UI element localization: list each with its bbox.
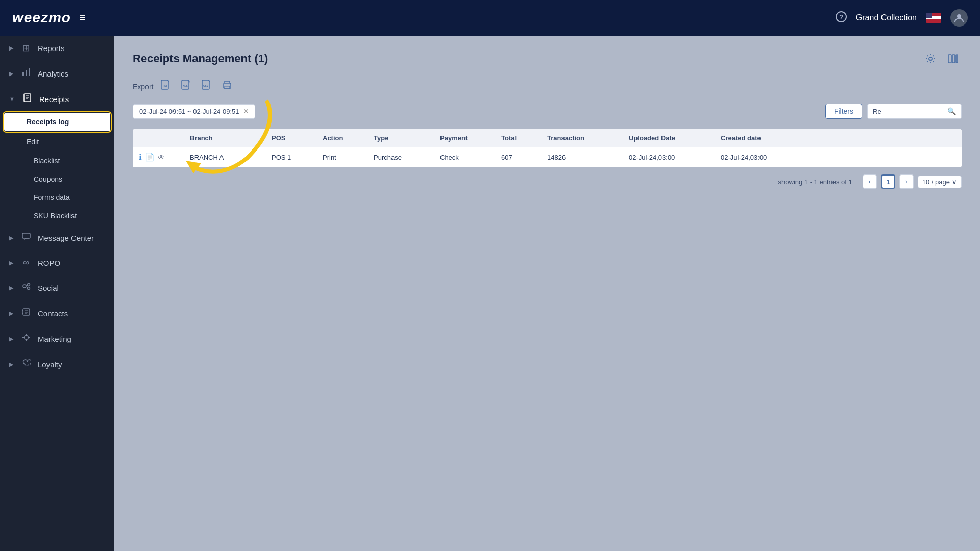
search-input[interactable] bbox=[873, 108, 944, 115]
sidebar-item-label: Marketing bbox=[38, 335, 71, 343]
chevron-icon: ▶ bbox=[9, 285, 13, 291]
info-icon[interactable]: ℹ bbox=[139, 153, 142, 162]
sidebar-item-marketing[interactable]: ▶ Marketing bbox=[0, 326, 114, 352]
search-icon: 🔍 bbox=[947, 107, 956, 115]
next-page-button[interactable]: › bbox=[899, 174, 914, 189]
chevron-icon: ▶ bbox=[9, 235, 13, 241]
chevron-icon: ▶ bbox=[9, 310, 13, 317]
export-print-icon[interactable] bbox=[219, 78, 235, 95]
sidebar-item-ropo[interactable]: ▶ ∞ ROPO bbox=[0, 251, 114, 275]
reports-icon: ⊞ bbox=[20, 43, 32, 54]
chevron-icon: ▶ bbox=[9, 361, 13, 368]
sidebar-item-reports[interactable]: ▶ ⊞ Reports bbox=[0, 36, 114, 61]
help-icon[interactable]: ? bbox=[836, 11, 847, 25]
analytics-icon bbox=[20, 68, 32, 79]
sidebar-item-forms-data[interactable]: Forms data bbox=[0, 188, 114, 207]
header-icons bbox=[922, 50, 962, 67]
sidebar-item-coupons[interactable]: Coupons bbox=[0, 170, 114, 188]
col-actions bbox=[139, 134, 190, 142]
sidebar-item-blacklist[interactable]: Blacklist bbox=[0, 152, 114, 170]
sidebar-subitem-label: Receipts log bbox=[27, 118, 69, 126]
flag-icon bbox=[926, 13, 941, 23]
settings-icon[interactable] bbox=[922, 50, 939, 67]
export-label: Export bbox=[133, 83, 153, 91]
svg-point-22 bbox=[24, 336, 28, 340]
company-name: Grand Collection bbox=[856, 13, 917, 22]
sidebar-item-message-center[interactable]: ▶ Message Center bbox=[0, 225, 114, 251]
col-action: Action bbox=[323, 134, 374, 142]
svg-rect-4 bbox=[26, 70, 27, 76]
loyalty-icon bbox=[20, 359, 32, 370]
svg-rect-10 bbox=[22, 233, 30, 238]
logo: weezmo bbox=[12, 10, 71, 26]
page-info: showing 1 - 1 entries of 1 bbox=[778, 178, 852, 186]
sidebar-item-analytics[interactable]: ▶ Analytics bbox=[0, 61, 114, 86]
col-transaction: Transaction bbox=[547, 134, 629, 142]
cell-created-date: 02-Jul-24,03:00 bbox=[721, 154, 813, 161]
chevron-icon: ▶ bbox=[9, 45, 13, 52]
cell-type: Purchase bbox=[374, 154, 440, 161]
col-uploaded-date: Uploaded Date bbox=[629, 134, 721, 142]
current-page[interactable]: 1 bbox=[881, 174, 895, 189]
sidebar-item-label: Reports bbox=[38, 44, 65, 53]
svg-point-27 bbox=[26, 363, 30, 367]
sidebar-item-social[interactable]: ▶ Social bbox=[0, 275, 114, 300]
export-csv-icon[interactable]: CSV bbox=[199, 78, 214, 95]
sidebar-item-label: SKU Blacklist bbox=[34, 212, 77, 220]
main-content: Receipts Management (1) bbox=[114, 36, 980, 551]
sidebar-item-loyalty[interactable]: ▶ Loyalty bbox=[0, 352, 114, 377]
sidebar: ▶ ⊞ Reports ▶ Analytics ▼ bbox=[0, 36, 114, 551]
export-excel-icon[interactable]: XLS bbox=[179, 78, 194, 95]
svg-point-2 bbox=[957, 14, 961, 18]
sidebar-item-contacts[interactable]: ▶ Contacts bbox=[0, 300, 114, 326]
columns-icon[interactable] bbox=[944, 50, 962, 67]
per-page-chevron-icon: ∨ bbox=[952, 178, 957, 186]
search-box: 🔍 bbox=[867, 104, 962, 119]
pagination: showing 1 - 1 entries of 1 ‹ 1 › 10 / pa… bbox=[133, 174, 962, 189]
svg-point-13 bbox=[27, 287, 30, 290]
sidebar-item-label: Forms data bbox=[34, 193, 70, 202]
sidebar-item-label: ROPO bbox=[38, 259, 60, 267]
svg-text:PDF: PDF bbox=[163, 84, 168, 87]
date-filter[interactable]: 02-Jul-24 09:51 ~ 02-Jul-24 09:51 ✕ bbox=[133, 104, 255, 119]
chevron-icon: ▼ bbox=[9, 96, 15, 102]
page-title: Receipts Management (1) bbox=[133, 52, 268, 65]
page-header: Receipts Management (1) bbox=[133, 50, 962, 67]
chevron-icon: ▶ bbox=[9, 260, 13, 266]
cell-branch: BRANCH A bbox=[190, 154, 272, 161]
menu-icon[interactable]: ≡ bbox=[79, 11, 86, 24]
per-page-selector[interactable]: 10 / page ∨ bbox=[918, 176, 962, 188]
sidebar-subitem-edit[interactable]: Edit bbox=[0, 132, 114, 152]
close-filter-icon[interactable]: ✕ bbox=[243, 108, 249, 115]
receipts-icon bbox=[22, 93, 33, 105]
svg-point-11 bbox=[23, 285, 26, 288]
sidebar-item-receipts[interactable]: ▼ Receipts bbox=[0, 86, 114, 112]
export-pdf-icon[interactable]: PDF bbox=[158, 78, 174, 95]
sidebar-item-label: Coupons bbox=[34, 175, 62, 183]
sidebar-item-label: Social bbox=[38, 284, 59, 292]
sidebar-subitem-receipts-log[interactable]: Receipts log bbox=[4, 113, 110, 131]
row-action-icons: ℹ 📄 👁 bbox=[139, 153, 190, 162]
eye-icon[interactable]: 👁 bbox=[158, 153, 165, 162]
svg-rect-31 bbox=[956, 55, 958, 63]
doc-icon[interactable]: 📄 bbox=[145, 153, 155, 162]
contacts-icon bbox=[20, 308, 32, 319]
marketing-icon bbox=[20, 333, 32, 344]
sidebar-item-label: Message Center bbox=[38, 234, 94, 242]
data-table: Branch POS Action Type Payment Total Tra… bbox=[133, 129, 962, 167]
export-bar: Export PDF XLS bbox=[133, 78, 962, 95]
filters-button[interactable]: Filters bbox=[825, 104, 862, 119]
svg-rect-30 bbox=[952, 55, 955, 63]
per-page-label: 10 / page bbox=[922, 178, 950, 186]
table-header: Branch POS Action Type Payment Total Tra… bbox=[133, 129, 962, 147]
col-pos: POS bbox=[272, 134, 323, 142]
sidebar-item-label: Contacts bbox=[38, 309, 68, 318]
social-icon bbox=[20, 282, 32, 293]
sidebar-item-sku-blacklist[interactable]: SKU Blacklist bbox=[0, 207, 114, 225]
sidebar-item-label: Blacklist bbox=[34, 157, 60, 165]
col-branch: Branch bbox=[190, 134, 272, 142]
prev-page-button[interactable]: ‹ bbox=[863, 174, 877, 189]
svg-rect-3 bbox=[22, 72, 24, 76]
avatar[interactable] bbox=[950, 9, 968, 27]
topbar-right: ? Grand Collection bbox=[836, 9, 968, 27]
